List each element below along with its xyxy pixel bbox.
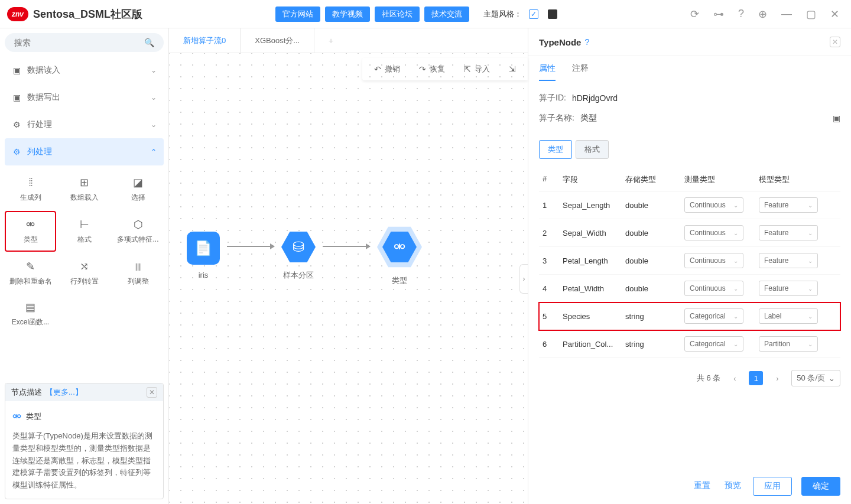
transpose-icon: ⤭	[80, 260, 89, 273]
cell-field: Species	[563, 312, 625, 321]
minimize-icon[interactable]: —	[781, 8, 792, 20]
edit-icon[interactable]: ▣	[833, 113, 840, 123]
tab-add-button[interactable]: +	[314, 28, 347, 53]
branch-icon[interactable]: ⊶	[713, 8, 724, 21]
meas-select[interactable]: Continuous⌄	[684, 281, 743, 296]
reset-button[interactable]: 重置	[691, 477, 713, 496]
cat-row-process[interactable]: ⚙ 行处理 ⌄	[5, 111, 164, 138]
cat-col-process[interactable]: ⚙ 列处理 ⌃	[5, 138, 164, 165]
model-select[interactable]: Feature⌄	[759, 197, 818, 213]
table-row[interactable]: 6Partition_Col...stringCategorical⌄Parti…	[539, 330, 840, 358]
page-next-icon[interactable]: ›	[770, 371, 784, 385]
theme-checkbox[interactable]: ✓	[529, 9, 538, 19]
chevron-down-icon: ⌄	[151, 121, 157, 129]
pagination: 共 6 条 ‹ 1 › 50 条/页⌄	[528, 363, 851, 394]
chevron-up-icon: ⌃	[151, 148, 157, 156]
table-row[interactable]: 2Sepal_WidthdoubleContinuous⌄Feature⌄	[539, 219, 840, 247]
node-partition[interactable]: ⛁ 样本分区	[281, 230, 316, 281]
search-input[interactable]	[14, 38, 144, 47]
model-select[interactable]: Label⌄	[759, 308, 818, 324]
sub-type[interactable]: ⚮类型	[5, 211, 56, 252]
rp-tab-notes[interactable]: 注释	[572, 63, 589, 81]
node-iris[interactable]: 📄 iris	[187, 232, 220, 279]
table-row[interactable]: 4Petal_WidthdoubleContinuous⌄Feature⌄	[539, 275, 840, 303]
sub-tab-type[interactable]: 类型	[539, 140, 572, 159]
desc-text: 类型算子(TypeNode)是用来设置数据的测量类型和模型类型的，测量类型指数据…	[12, 430, 156, 492]
cat-label: 数据读入	[27, 65, 60, 76]
sub-format[interactable]: ⊢格式	[59, 211, 110, 252]
theme-color[interactable]	[548, 9, 557, 19]
sub-label: 多项式特征...	[117, 235, 158, 245]
sub-rename[interactable]: ✎删除和重命名	[5, 254, 56, 292]
tab-newflow[interactable]: 新增算子流0	[169, 28, 241, 53]
cat-data-read[interactable]: ▣ 数据读入 ⌄	[5, 57, 164, 84]
globe-icon[interactable]: ⊕	[758, 8, 767, 21]
node-label: 类型	[392, 275, 407, 286]
table-row[interactable]: 5SpeciesstringCategorical⌄Label⌄	[539, 303, 840, 330]
rp-close-icon[interactable]: ✕	[830, 37, 840, 47]
sub-coladjust[interactable]: ⫼列调整	[112, 254, 164, 292]
chevron-down-icon: ⌄	[808, 313, 813, 320]
cell-store: string	[625, 312, 684, 321]
table-row[interactable]: 1Sepal_LengthdoubleContinuous⌄Feature⌄	[539, 191, 840, 219]
meas-select[interactable]: Categorical⌄	[684, 336, 743, 352]
node-type[interactable]: ⚮ 类型	[377, 225, 422, 286]
header-btn-tech[interactable]: 技术交流	[424, 6, 469, 22]
sub-label: Excel函数...	[12, 317, 49, 327]
rp-footer: 重置 预览 应用 确定	[528, 469, 851, 504]
desc-more-link[interactable]: 【更多...】	[46, 387, 83, 398]
table-row[interactable]: 3Petal_LengthdoubleContinuous⌄Feature⌄	[539, 247, 840, 275]
header-btn-forum[interactable]: 社区论坛	[375, 6, 420, 22]
model-select[interactable]: Feature⌄	[759, 225, 818, 240]
square-icon: ▣	[12, 66, 21, 75]
cell-meas: Continuous⌄	[684, 197, 759, 213]
cell-model: Feature⌄	[759, 281, 830, 296]
close-icon[interactable]: ✕	[830, 8, 839, 21]
sub-excel[interactable]: ▤Excel函数...	[5, 295, 56, 333]
rp-row-id: 算子ID: hDRjdgOvrd	[539, 88, 840, 108]
refresh-icon[interactable]: ⟳	[690, 8, 699, 21]
meas-select[interactable]: Continuous⌄	[684, 253, 743, 268]
tab-xgboost[interactable]: XGBoost分...	[241, 28, 314, 53]
desc-body: ⚮ 类型 类型算子(TypeNode)是用来设置数据的测量类型和模型类型的，测量…	[5, 401, 163, 499]
sub-tab-format[interactable]: 格式	[576, 140, 609, 159]
rp-header: TypeNode ? ✕	[528, 28, 851, 56]
cell-store: double	[625, 229, 684, 238]
adjust-icon: ⫼	[133, 261, 144, 273]
apply-button[interactable]: 应用	[753, 477, 792, 496]
sub-label: 格式	[77, 235, 92, 245]
header-btn-video[interactable]: 教学视频	[325, 6, 370, 22]
desc-close-icon[interactable]: ✕	[147, 387, 157, 398]
sub-gencol[interactable]: ⦙⦙生成列	[5, 170, 56, 209]
cat-data-write[interactable]: ▣ 数据写出 ⌄	[5, 84, 164, 111]
canvas[interactable]: 📄 iris ⛁ 样本分区 ⚮ 类型 ›	[169, 53, 528, 504]
panel-toggle[interactable]: ›	[519, 264, 528, 294]
header-btn-site[interactable]: 官方网站	[275, 6, 320, 22]
maximize-icon[interactable]: ▢	[806, 8, 816, 21]
rp-tab-props[interactable]: 属性	[539, 63, 556, 81]
sub-transpose[interactable]: ⤭行列转置	[59, 254, 110, 292]
sub-arrayload[interactable]: ⊞数组载入	[59, 170, 110, 209]
meas-select[interactable]: Continuous⌄	[684, 197, 743, 213]
search-box[interactable]: 🔍	[5, 33, 164, 52]
confirm-button[interactable]: 确定	[801, 477, 840, 496]
cell-idx: 1	[539, 201, 563, 210]
meas-select[interactable]: Continuous⌄	[684, 225, 743, 240]
sub-select[interactable]: ◪选择	[112, 170, 164, 209]
cell-model: Feature⌄	[759, 253, 830, 268]
help-icon[interactable]: ?	[584, 37, 589, 47]
sub-poly[interactable]: ⬡多项式特征...	[112, 211, 164, 252]
desc-title-text: 类型	[26, 411, 41, 423]
page-number[interactable]: 1	[749, 371, 763, 385]
type-icon: ⚮	[26, 218, 35, 231]
rp-label: 算子ID:	[539, 93, 566, 103]
meas-select[interactable]: Categorical⌄	[684, 308, 743, 324]
model-select[interactable]: Partition⌄	[759, 336, 818, 352]
model-select[interactable]: Feature⌄	[759, 253, 818, 268]
help-icon[interactable]: ?	[738, 8, 744, 20]
preview-button[interactable]: 预览	[722, 477, 743, 496]
page-size-select[interactable]: 50 条/页⌄	[791, 370, 840, 386]
page-prev-icon[interactable]: ‹	[727, 371, 742, 385]
model-select[interactable]: Feature⌄	[759, 281, 818, 296]
search-icon[interactable]: 🔍	[144, 38, 154, 47]
